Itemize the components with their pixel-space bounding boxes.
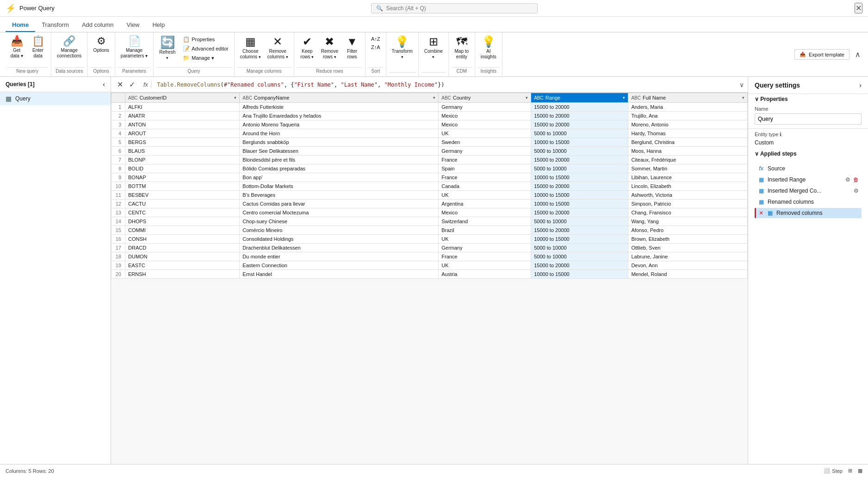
ai-insights-button[interactable]: 💡 AIinsights <box>478 34 499 67</box>
step-delete-icon[interactable]: 🗑 <box>853 176 859 183</box>
range-dropdown-icon[interactable]: ▾ <box>623 95 625 100</box>
ribbon-collapse-button[interactable]: ∧ <box>855 50 861 59</box>
cell-customerid: BLAUS <box>125 147 240 156</box>
cell-fullname: Ashworth, Victoria <box>628 191 748 200</box>
step-item-removed-columns[interactable]: ✕ ▦ Removed columns <box>755 208 862 218</box>
map-to-entity-button[interactable]: 🗺 Map toentity <box>452 34 472 67</box>
options-button[interactable]: ⚙ Options <box>90 34 112 67</box>
combine-button[interactable]: ⊞ Combine▾ <box>422 34 446 72</box>
ribbon-group-sort: A↑Z Z↑A Sort <box>366 32 386 76</box>
table-wrapper[interactable]: ABC CustomerID ▾ ABC CompanyName ▾ <box>111 93 748 464</box>
properties-button[interactable]: 📋 Properties <box>180 35 231 44</box>
search-box[interactable]: 🔍 <box>371 3 538 13</box>
search-input[interactable] <box>386 5 533 12</box>
enter-data-button[interactable]: 📋 Enter data <box>28 34 48 67</box>
tab-view[interactable]: View <box>120 19 146 32</box>
cell-fullname: Ottlieb, Sven <box>628 244 748 252</box>
col-header-companyname[interactable]: ABC CompanyName ▾ <box>240 93 439 103</box>
table-row[interactable]: 6 BLAUS Blauer See Delikatessen Germany … <box>112 147 748 156</box>
col-header-customerid[interactable]: ABC CustomerID ▾ <box>125 93 240 103</box>
table-row[interactable]: 16 CONSH Consolidated Holdings UK 10000 … <box>112 235 748 244</box>
formula-cancel-button[interactable]: ✕ <box>115 80 125 89</box>
choose-columns-button[interactable]: ▦ Choosecolumns ▾ <box>237 34 264 67</box>
row-num: 18 <box>112 252 125 261</box>
entity-type-help-icon[interactable]: ℹ <box>780 132 781 137</box>
sort-az-button[interactable]: A↑Z <box>368 35 383 43</box>
remove-columns-button[interactable]: ✕ Removecolumns ▾ <box>265 34 291 67</box>
keep-rows-button[interactable]: ✔ Keeprows ▾ <box>297 34 317 67</box>
advanced-editor-button[interactable]: 📝 Advanced editor <box>180 44 231 53</box>
cell-country: UK <box>439 235 531 244</box>
step-gear-icon[interactable]: ⚙ <box>845 176 850 183</box>
diagram-button[interactable]: ⊞ <box>848 468 852 474</box>
country-dropdown-icon[interactable]: ▾ <box>526 95 528 100</box>
ribbon-group-options: ⚙ Options Options <box>87 32 115 76</box>
filter-rows-button[interactable]: ▼ Filterrows <box>342 34 362 67</box>
manage-connections-button[interactable]: 🔗 Manage connections <box>54 34 84 67</box>
formula-accept-button[interactable]: ✓ <box>127 80 137 89</box>
table-row[interactable]: 17 DRACD Drachenblut Delikatessen German… <box>112 244 748 252</box>
formula-input[interactable]: Table.RemoveColumns(#"Renamed columns", … <box>155 81 736 89</box>
table-row[interactable]: 7 BLONP Blondesddsl pére et fils France … <box>112 156 748 164</box>
table-row[interactable]: 11 BESBEV B's Beverages UK 10000 to 1500… <box>112 191 748 200</box>
cell-country: UK <box>439 191 531 200</box>
query-item[interactable]: ▦ Query <box>0 92 111 105</box>
cell-country: Mexico <box>439 112 531 120</box>
name-input[interactable] <box>755 113 862 125</box>
step-item-inserted-merged[interactable]: ▦ Inserted Merged Co... ⚙ <box>755 186 862 196</box>
sort-za-button[interactable]: Z↑A <box>368 44 383 51</box>
table-row[interactable]: 4 AROUT Around the Horn UK 5000 to 10000… <box>112 129 748 138</box>
table-row[interactable]: 20 ERNSH Ernst Handel Austria 10000 to 1… <box>112 270 748 279</box>
step-item-inserted-range[interactable]: ▦ Inserted Range ⚙ 🗑 <box>755 175 862 185</box>
step-button[interactable]: ⬜ Step <box>824 468 843 474</box>
query-settings-expand-icon[interactable]: › <box>859 82 862 89</box>
table-row[interactable]: 3 ANTON Antonio Moreno Taqueria Mexico 1… <box>112 120 748 129</box>
table-row[interactable]: 9 BONAP Bon app' France 10000 to 15000 L… <box>112 173 748 182</box>
formula-expand-button[interactable]: ∨ <box>739 81 744 88</box>
step-label: Removed columns <box>776 210 822 216</box>
table-row[interactable]: 5 BERGS Berglunds snabbköp Sweden 10000 … <box>112 138 748 147</box>
fullname-dropdown-icon[interactable]: ▾ <box>742 95 744 100</box>
remove-rows-button[interactable]: ✖ Removerows ▾ <box>318 34 341 67</box>
table-row[interactable]: 10 BOTTM Bottom-Dollar Markets Canada 15… <box>112 182 748 191</box>
tab-transform[interactable]: Transform <box>35 19 75 32</box>
cell-country: Mexico <box>439 120 531 129</box>
tab-help[interactable]: Help <box>146 19 171 32</box>
step-item-source[interactable]: fx Source <box>755 163 862 174</box>
queries-collapse-icon[interactable]: ‹ <box>103 81 105 88</box>
table-row[interactable]: 15 COMMI Comércio Mineiro Brazil 15000 t… <box>112 226 748 235</box>
get-data-button[interactable]: 📥 Get data ▾ <box>6 34 27 67</box>
col-header-range[interactable]: ABC Range ▾ <box>531 93 628 103</box>
customerid-dropdown-icon[interactable]: ▾ <box>234 95 236 100</box>
table-row[interactable]: 8 BOLID Bólido Comidas preparadas Spain … <box>112 164 748 173</box>
transform-icon: 💡 <box>395 36 409 47</box>
manage-button[interactable]: 📁 Manage ▾ <box>180 54 231 62</box>
companyname-dropdown-icon[interactable]: ▾ <box>433 95 435 100</box>
close-button[interactable]: ✕ <box>855 3 862 13</box>
transform-button[interactable]: 💡 Transform▾ <box>389 34 415 72</box>
manage-parameters-button[interactable]: 📄 Manage parameters ▾ <box>118 34 150 67</box>
export-template-button[interactable]: 📤 Export template <box>794 49 849 60</box>
table-view-button[interactable]: ▦ <box>858 468 862 474</box>
step-gear-icon[interactable]: ⚙ <box>854 188 859 194</box>
table-row[interactable]: 2 ANATR Ana Trujillo Emaredados y helado… <box>112 112 748 120</box>
table-row[interactable]: 13 CENTC Centro comercial Moctezuma Mexi… <box>112 208 748 217</box>
search-icon: 🔍 <box>376 5 383 12</box>
formula-str3: "Monthly Income" <box>384 82 438 88</box>
refresh-button[interactable]: 🔄 Refresh▾ <box>156 34 178 63</box>
table-row[interactable]: 19 EASTC Eastern Connection UK 15000 to … <box>112 261 748 270</box>
table-row[interactable]: 1 ALFKI Alfreds Futterkiste Germany 1500… <box>112 103 748 112</box>
cell-customerid: CONSH <box>125 235 240 244</box>
step-item-renamed-columns[interactable]: ▦ Renamed columns <box>755 197 862 207</box>
col-header-fullname[interactable]: ABC Full Name ▾ <box>628 93 748 103</box>
table-row[interactable]: 12 CACTU Cactus Comidas para llevar Arge… <box>112 200 748 208</box>
cell-customerid: BERGS <box>125 138 240 147</box>
tab-add-column[interactable]: Add column <box>75 19 120 32</box>
applied-steps-header: ∨ Applied steps <box>748 149 868 157</box>
tab-home[interactable]: Home <box>6 19 35 32</box>
table-row[interactable]: 18 DUMON Du monde entier France 5000 to … <box>112 252 748 261</box>
col-header-country[interactable]: ABC Country ▾ <box>439 93 531 103</box>
table-row[interactable]: 14 DHOPS Chop-suey Chinese Switzerland 5… <box>112 217 748 226</box>
cell-range: 10000 to 15000 <box>531 200 628 208</box>
cell-fullname: Sommer, Martin <box>628 164 748 173</box>
